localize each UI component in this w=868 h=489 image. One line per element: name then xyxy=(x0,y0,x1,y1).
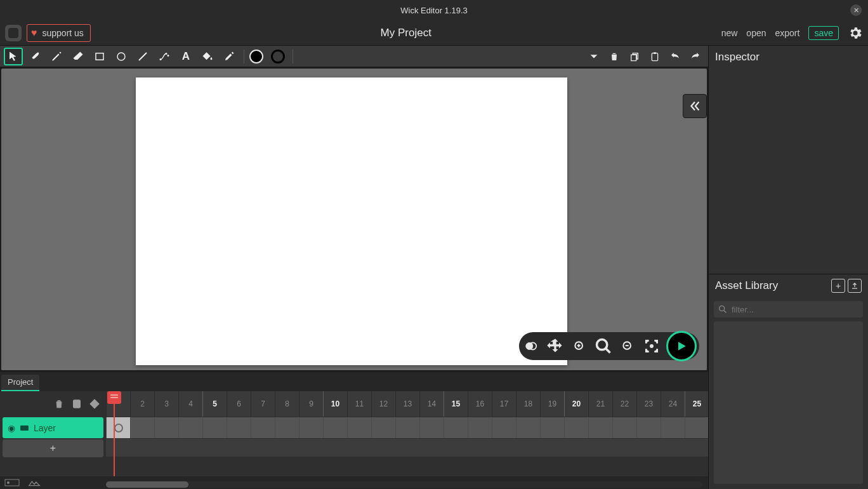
frame-cell[interactable] xyxy=(444,417,468,438)
pan-button[interactable] xyxy=(543,334,567,358)
cursor-tool[interactable] xyxy=(4,48,23,65)
line-tool[interactable] xyxy=(133,48,152,65)
support-us-button[interactable]: ♥ support us xyxy=(27,24,91,42)
ruler-tick[interactable]: 20 xyxy=(564,391,588,417)
menu-new[interactable]: new xyxy=(721,28,738,38)
frame-cell[interactable] xyxy=(588,417,612,438)
ruler-tick[interactable]: 24 xyxy=(661,391,685,417)
pencil-tool[interactable] xyxy=(47,48,66,65)
ruler-tick[interactable]: 9 xyxy=(299,391,323,417)
frame-cell[interactable] xyxy=(347,417,371,438)
app-logo[interactable] xyxy=(5,25,22,41)
frame-cell[interactable] xyxy=(685,417,708,438)
ruler-tick[interactable]: 2 xyxy=(130,391,154,417)
frames-row[interactable] xyxy=(106,417,708,438)
path-tool[interactable] xyxy=(155,48,174,65)
ruler-tick[interactable]: 4 xyxy=(178,391,202,417)
frame-cell[interactable] xyxy=(419,417,444,438)
timeline-view-mode-button[interactable] xyxy=(4,479,20,486)
frame-cell[interactable] xyxy=(612,417,636,438)
ruler-tick[interactable]: 11 xyxy=(347,391,371,417)
ruler-tick[interactable]: 10 xyxy=(323,391,347,417)
upload-asset-button[interactable] xyxy=(848,279,862,293)
ruler-tick[interactable]: 16 xyxy=(468,391,492,417)
recenter-button[interactable] xyxy=(640,334,664,358)
rectangle-tool[interactable] xyxy=(90,48,109,65)
playhead[interactable] xyxy=(107,391,122,406)
frame-cell[interactable] xyxy=(275,417,299,438)
window-close-button[interactable]: ✕ xyxy=(850,4,862,16)
canvas[interactable] xyxy=(136,77,567,365)
asset-list[interactable] xyxy=(714,321,863,484)
save-button[interactable]: save xyxy=(808,26,839,40)
frame-cell[interactable] xyxy=(564,417,588,438)
ruler-tick[interactable]: 5 xyxy=(202,391,227,417)
ruler-tick[interactable]: 7 xyxy=(251,391,275,417)
ruler-tick[interactable]: 25 xyxy=(685,391,708,417)
ruler-tick[interactable]: 19 xyxy=(540,391,564,417)
brush-tool[interactable] xyxy=(25,48,44,65)
add-layer-button[interactable]: + xyxy=(3,439,103,457)
ruler-tick[interactable]: 12 xyxy=(371,391,395,417)
timeline-track-area[interactable]: 2345678910111213141516171819202122232425 xyxy=(106,391,708,476)
frame-cell[interactable] xyxy=(395,417,419,438)
selection-dropdown[interactable] xyxy=(585,48,603,65)
frame-cell[interactable] xyxy=(492,417,516,438)
timeline-ruler[interactable]: 2345678910111213141516171819202122232425 xyxy=(106,391,708,417)
zoom-in-button[interactable] xyxy=(570,337,589,356)
canvas-area[interactable] xyxy=(1,69,707,371)
undo-button[interactable] xyxy=(666,48,684,65)
ruler-tick[interactable]: 17 xyxy=(492,391,516,417)
stroke-color-swatch[interactable] xyxy=(268,48,287,65)
keyframe-cell[interactable] xyxy=(106,417,130,438)
asset-filter-input[interactable] xyxy=(714,301,863,318)
delete-frame-button[interactable] xyxy=(51,396,67,412)
frame-cell[interactable] xyxy=(202,417,227,438)
ruler-tick[interactable]: 3 xyxy=(154,391,178,417)
layer-lock-icon[interactable] xyxy=(20,425,29,431)
ruler-tick[interactable]: 22 xyxy=(612,391,636,417)
paste-button[interactable] xyxy=(646,48,664,65)
frame-cell[interactable] xyxy=(130,417,154,438)
frame-cell[interactable] xyxy=(468,417,492,438)
frame-cell[interactable] xyxy=(251,417,275,438)
eraser-tool[interactable] xyxy=(69,48,88,65)
play-button[interactable] xyxy=(666,331,697,361)
frame-cell[interactable] xyxy=(540,417,564,438)
add-keyframe-button[interactable] xyxy=(69,396,84,412)
menu-export[interactable]: export xyxy=(775,28,800,38)
frame-cell[interactable] xyxy=(154,417,178,438)
zoom-out-button[interactable] xyxy=(618,337,637,356)
zoom-button[interactable] xyxy=(591,334,615,358)
delete-button[interactable] xyxy=(605,48,623,65)
ruler-tick[interactable]: 6 xyxy=(227,391,251,417)
fill-color-swatch[interactable] xyxy=(247,48,266,65)
ruler-tick[interactable]: 23 xyxy=(636,391,661,417)
frame-cell[interactable] xyxy=(371,417,395,438)
layer-row[interactable]: ◉ Layer xyxy=(3,417,103,438)
frame-cell[interactable] xyxy=(323,417,347,438)
add-tween-button[interactable] xyxy=(87,396,102,412)
ruler-tick[interactable]: 14 xyxy=(419,391,444,417)
timeline-scrollbar[interactable] xyxy=(106,481,702,488)
add-asset-button[interactable]: + xyxy=(831,279,845,293)
menu-open[interactable]: open xyxy=(746,28,766,38)
frame-cell[interactable] xyxy=(178,417,202,438)
ruler-tick[interactable]: 18 xyxy=(516,391,540,417)
eyedropper-tool[interactable] xyxy=(220,48,239,65)
frame-cell[interactable] xyxy=(661,417,685,438)
frame-cell[interactable] xyxy=(516,417,540,438)
settings-button[interactable] xyxy=(848,25,863,41)
collapse-panels-button[interactable] xyxy=(683,94,707,118)
onion-skin-button[interactable] xyxy=(522,337,541,356)
frame-cell[interactable] xyxy=(636,417,661,438)
project-title[interactable]: My Project xyxy=(91,27,721,39)
ruler-tick[interactable]: 21 xyxy=(588,391,612,417)
text-tool[interactable]: A xyxy=(176,48,195,65)
ruler-tick[interactable]: 8 xyxy=(275,391,299,417)
scrollbar-thumb[interactable] xyxy=(106,481,188,488)
layer-visibility-icon[interactable]: ◉ xyxy=(8,423,15,433)
copy-button[interactable] xyxy=(626,48,643,65)
ruler-tick[interactable]: 15 xyxy=(444,391,468,417)
ellipse-tool[interactable] xyxy=(112,48,131,65)
